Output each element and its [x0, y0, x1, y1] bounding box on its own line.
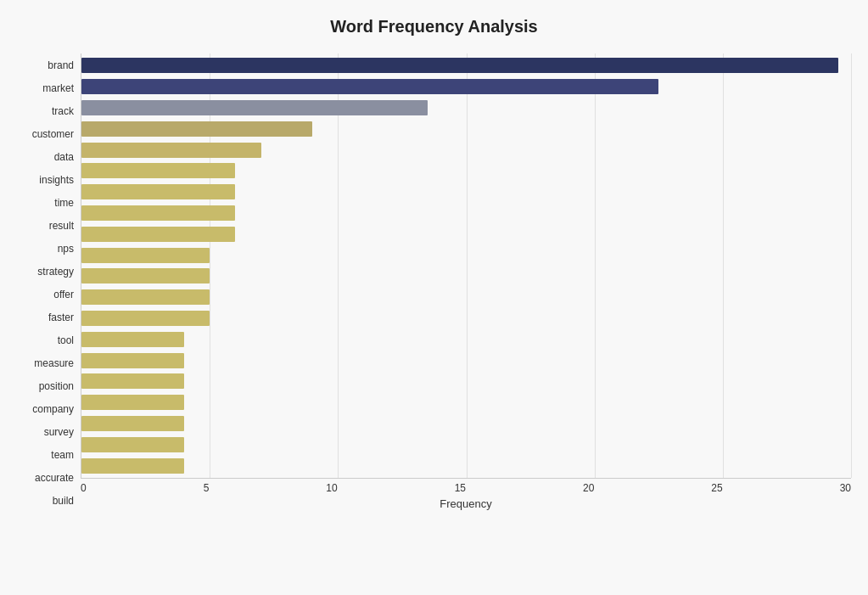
bar-row [81, 56, 851, 75]
y-label: strategy [37, 261, 74, 283]
bar [81, 79, 658, 94]
bar [81, 437, 184, 452]
bar-row [81, 288, 851, 306]
x-tick: 5 [204, 482, 210, 494]
y-label: nps [58, 238, 74, 260]
bar-row [81, 225, 851, 244]
y-label: faster [48, 306, 74, 328]
y-label: data [54, 146, 74, 168]
y-label: accurate [35, 467, 74, 489]
bar [81, 353, 184, 368]
y-label: tool [58, 329, 74, 351]
chart-title: Word Frequency Analysis [17, 17, 851, 36]
y-label: position [39, 375, 74, 397]
bar-row [81, 351, 851, 370]
bar [81, 121, 312, 137]
chart-area: brandmarkettrackcustomerdatainsightstime… [17, 53, 851, 513]
bar-row [81, 330, 851, 349]
x-tick: 25 [711, 482, 722, 494]
bar-row [81, 182, 851, 201]
bar [81, 205, 235, 221]
bar [81, 289, 210, 305]
bar [81, 373, 184, 389]
bar-row [81, 393, 851, 412]
bar-row [81, 435, 851, 454]
x-tick: 20 [583, 482, 594, 494]
bar [81, 311, 210, 326]
bar-row [81, 161, 851, 180]
y-label: team [51, 444, 74, 466]
x-tick: 0 [81, 482, 87, 494]
x-tick: 30 [840, 482, 851, 494]
y-label: measure [34, 352, 74, 374]
y-label: brand [48, 54, 74, 76]
bar-row [81, 309, 851, 328]
bar [81, 58, 838, 73]
bar [81, 268, 210, 283]
y-label: time [54, 192, 74, 214]
bar-row [81, 77, 851, 96]
bar-row [81, 98, 851, 117]
bar [81, 163, 235, 178]
y-axis: brandmarkettrackcustomerdatainsightstime… [17, 53, 81, 513]
bar [81, 100, 428, 115]
grid-line [851, 53, 852, 478]
bar-row [81, 141, 851, 160]
bar [81, 458, 184, 474]
bars-and-xaxis: 051015202530 Frequency [81, 53, 851, 513]
bar-row [81, 372, 851, 390]
bar-row [81, 414, 851, 433]
y-label: customer [32, 123, 74, 145]
chart-container: Word Frequency Analysis brandmarkettrack… [0, 0, 868, 595]
x-ticks: 051015202530 [81, 479, 851, 494]
bar [81, 227, 235, 242]
bar [81, 184, 235, 199]
bar-row [81, 204, 851, 222]
x-tick: 15 [455, 482, 466, 494]
y-label: result [49, 215, 74, 237]
bar-row [81, 457, 851, 475]
x-axis-label: Frequency [81, 497, 851, 510]
y-label: build [53, 490, 74, 512]
x-axis: 051015202530 Frequency [81, 479, 851, 513]
y-label: insights [39, 169, 74, 191]
bar [81, 248, 210, 263]
bar [81, 416, 184, 431]
bar [81, 332, 184, 347]
bar-row [81, 246, 851, 265]
y-label: track [52, 100, 74, 122]
bars-area [81, 53, 851, 479]
bar [81, 395, 184, 410]
bar [81, 143, 261, 158]
y-label: survey [44, 421, 74, 443]
y-label: offer [53, 283, 74, 306]
x-tick: 10 [326, 482, 337, 494]
y-label: company [32, 398, 74, 420]
bar-row [81, 267, 851, 285]
y-label: market [42, 77, 74, 99]
bars-wrapper [81, 53, 851, 478]
bar-row [81, 120, 851, 138]
